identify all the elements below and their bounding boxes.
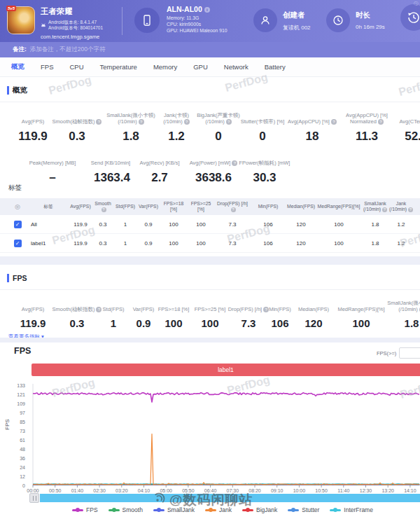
- help-icon[interactable]: ?: [231, 207, 236, 212]
- legend-label: InterFrame: [344, 506, 373, 513]
- chart-zoom-scrollbar[interactable]: [28, 493, 420, 503]
- tab-Network[interactable]: Network: [224, 63, 248, 71]
- corner-info-icon: ⓘ: [414, 1, 418, 7]
- stat-value: 106: [265, 317, 295, 329]
- visibility-eye-icon[interactable]: ◎: [15, 203, 20, 210]
- stat-label: SmallJank(微小卡顿)(/10min)?: [391, 297, 420, 312]
- stat-value: 119.9: [11, 130, 55, 144]
- help-icon[interactable]: ?: [331, 119, 337, 125]
- stat-value: 120: [295, 317, 332, 329]
- legend-item-FPS[interactable]: FPS: [72, 506, 98, 513]
- tab-FPS[interactable]: FPS: [41, 63, 53, 71]
- stat-label-text: Min(FPS): [269, 306, 291, 312]
- clock-icon: [326, 8, 350, 32]
- legend-marker: [108, 509, 120, 511]
- stat-label-text: Avg(FPS): [22, 306, 44, 312]
- table-cell: 120: [286, 221, 316, 228]
- legend-item-Stutter[interactable]: Stutter: [288, 506, 319, 513]
- creator-label: 创建者: [283, 11, 311, 20]
- android-icon: [41, 19, 46, 32]
- stat-label: Var(FPS): [127, 297, 160, 312]
- row-label: label1: [28, 240, 69, 247]
- table-header-cell: 标签: [28, 204, 69, 209]
- legend-item-BigJank[interactable]: BigJank: [242, 506, 277, 513]
- stat-value: 100: [332, 317, 391, 329]
- help-icon[interactable]: ?: [102, 207, 106, 212]
- stat-col: Avg(CTemp52.: [388, 109, 420, 144]
- creator-block: 创建者 复读机 002: [283, 11, 311, 32]
- y-tick-label: 121: [10, 392, 25, 397]
- legend-item-Jank[interactable]: Jank: [205, 506, 232, 513]
- legend-item-Smooth[interactable]: Smooth: [108, 506, 143, 513]
- tab-GPU[interactable]: GPU: [193, 63, 208, 71]
- scrollbar-grip-icon: [33, 496, 36, 501]
- help-icon[interactable]: ?: [408, 207, 413, 212]
- tab-Battery[interactable]: Battery: [265, 63, 286, 71]
- stat-col: Var(FPS)0.9: [127, 297, 160, 329]
- fps-chart[interactable]: [28, 382, 420, 487]
- table-cell: 100: [188, 240, 214, 247]
- table-header-cell: ◎: [7, 204, 28, 210]
- table-header-text: Median(FPS): [287, 204, 315, 209]
- stat-value: 0.9: [127, 317, 160, 329]
- stat-col: Avg(AppCPU) [%]?18: [279, 109, 346, 144]
- y-tick-label: 48: [10, 447, 25, 452]
- stat-label: Avg(AppCPU) [%]Normalized?: [346, 109, 388, 125]
- device-info: ALN-AL00i Memory: 11.3G CPU: kirin9000s …: [167, 5, 227, 34]
- stat-value: 0.3: [55, 317, 99, 329]
- help-icon[interactable]: ?: [226, 119, 232, 125]
- table-cell: 120: [286, 240, 316, 247]
- legend-label: Stutter: [302, 506, 319, 513]
- scrollbar-range[interactable]: [40, 494, 420, 502]
- android-version-name: Android版本名: 8.4.1.47: [48, 20, 103, 25]
- overview-title: 概览: [13, 85, 27, 95]
- device-info-icon[interactable]: i: [204, 7, 210, 13]
- row-checkbox[interactable]: ✓: [14, 240, 22, 247]
- legend-item-InterFrame[interactable]: InterFrame: [330, 506, 373, 513]
- stat-col: SmallJank(微小卡顿)(/10min)?1.8: [391, 297, 420, 329]
- stat-label: Median(FPS): [295, 297, 332, 312]
- help-icon[interactable]: ?: [378, 119, 384, 125]
- phone-icon: [134, 8, 160, 33]
- tab-概览[interactable]: 概览: [11, 62, 24, 71]
- table-header-cell: Var(FPS): [137, 204, 160, 209]
- table-cell: 0.9: [137, 240, 160, 247]
- stat-value: 0: [246, 130, 279, 144]
- y-tick-label: 0: [10, 483, 25, 488]
- legend-marker-dot: [76, 508, 80, 512]
- help-icon[interactable]: ?: [382, 207, 387, 212]
- stat-value: 1.8: [391, 317, 420, 329]
- legend-item-SmallJank[interactable]: SmallJank: [153, 506, 195, 513]
- note-bar[interactable]: 备注: 添加备注，不超过200个字符: [0, 42, 420, 57]
- stat-label: FPS>=18 [%]: [160, 297, 188, 312]
- help-icon[interactable]: ?: [139, 119, 144, 125]
- note-input-placeholder[interactable]: 添加备注，不超过200个字符: [30, 46, 106, 54]
- stat-label: Peak(Memory) [MB]: [11, 151, 94, 166]
- table-header-text: Drop(FPS) [/h]?: [217, 201, 248, 212]
- stat-value: 0.3: [55, 130, 99, 144]
- creator-value: 复读机 002: [283, 24, 311, 32]
- tab-CPU[interactable]: CPU: [69, 63, 83, 71]
- labels-table-section: 标签 ◎标签Avg(FPS)Smooth?Std(FPS)Var(FPS)FPS…: [0, 184, 420, 253]
- fps-threshold-input[interactable]: [399, 347, 420, 359]
- stat-label: Min(FPS): [265, 297, 295, 312]
- stat-label-text: SmallJank(微小卡顿)(/10min)?: [387, 300, 420, 312]
- stat-col: Smooth(稳帧指数)?0.3: [55, 109, 99, 144]
- stat-label: Send [KB/10min]: [94, 151, 127, 166]
- row-checkbox[interactable]: ✓: [14, 221, 22, 228]
- x-tick-label: 08:20: [248, 488, 261, 493]
- table-header-cell: Median(FPS): [286, 204, 316, 209]
- tab-Memory[interactable]: Memory: [153, 63, 177, 71]
- game-info: 王者荣耀 Android版本名: 8.4.1.47 Android版本号: 80…: [41, 6, 103, 40]
- scrollbar-handle[interactable]: [29, 493, 39, 503]
- stat-value: 1.8: [99, 130, 162, 144]
- y-tick-label: 61: [10, 438, 25, 443]
- stat-label-text: Avg(AppCPU) [%]?: [288, 118, 337, 125]
- table-cell: 100: [160, 240, 188, 247]
- legend-marker: [242, 509, 253, 511]
- history-icon[interactable]: [400, 4, 420, 31]
- help-icon[interactable]: ?: [184, 119, 190, 125]
- stat-label-text: Stutter(卡顿率) [%]: [241, 118, 285, 125]
- tab-Temperature[interactable]: Temperature: [100, 63, 137, 71]
- stat-label-text: Jank(卡顿)(/10min)?: [163, 112, 190, 125]
